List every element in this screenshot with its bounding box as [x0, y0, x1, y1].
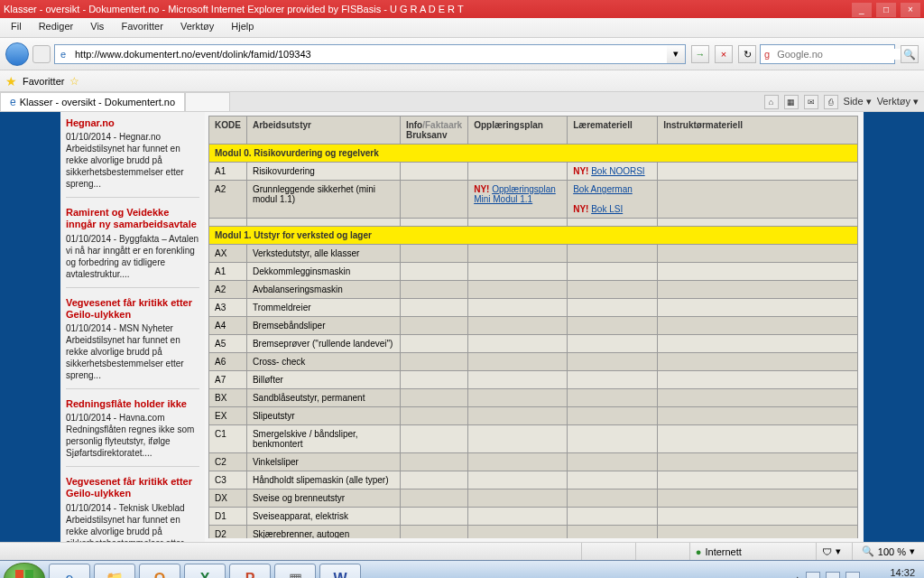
window-title: Klasser - oversikt - Dokumentert.no - Mi…	[4, 0, 464, 18]
url-dropdown-icon[interactable]: ▾	[667, 45, 685, 63]
table-row: A5Bremseprøver ("rullende landevei")	[209, 335, 858, 353]
news-title[interactable]: Vegvesenet får kritikk etter Geilo-ulykk…	[66, 297, 199, 321]
feeds-icon[interactable]: ▦	[784, 95, 799, 109]
forward-button[interactable]	[32, 45, 51, 63]
col-opplaer: Opplæringsplan	[468, 117, 568, 144]
news-item: Vegvesenet får kritikk etter Geilo-ulykk…	[66, 476, 199, 542]
table-row: BXSandblåseutstyr, permanent	[209, 389, 858, 407]
internet-zone-label: Internett	[705, 546, 741, 557]
start-button[interactable]	[4, 563, 45, 579]
search-box[interactable]: g	[760, 44, 895, 64]
table-row: A7Billøfter	[209, 371, 858, 389]
taskbar-app[interactable]: ▦	[274, 564, 316, 579]
url-input[interactable]	[71, 49, 665, 60]
favorites-bar: ★ Favoritter ☆	[0, 70, 924, 92]
col-laere: Læremateriell	[568, 117, 658, 144]
main-scroll[interactable]: KODE Arbeidsutstyr Info/Faktaark Bruksan…	[208, 116, 860, 538]
go-button[interactable]: →	[691, 45, 709, 63]
new-tab-button[interactable]	[185, 92, 230, 111]
news-meta: 01/10/2014 - Hegnar.no Arbeidstilsynet h…	[66, 131, 199, 190]
news-meta: 01/10/2014 - MSN Nyheter Arbeidstilsynet…	[66, 322, 199, 381]
news-item: Redningsflåte holder ikke01/10/2014 - Ha…	[66, 398, 199, 467]
favorites-label[interactable]: Favoritter	[23, 76, 64, 87]
table-row: C2Vinkelsliper	[209, 453, 858, 471]
menu-vis[interactable]: Vis	[83, 18, 111, 34]
address-bar[interactable]: e ▾	[54, 44, 686, 64]
news-item: Ramirent og Veidekke inngår ny samarbeid…	[66, 207, 199, 287]
link-bok-lsi[interactable]: Bok LSI	[591, 204, 623, 214]
table-row	[209, 219, 858, 227]
taskbar-explorer[interactable]: 📁	[94, 564, 135, 579]
ie-page-icon: e	[55, 49, 71, 60]
news-meta: 01/10/2014 - Havna.com Redningsflåten re…	[66, 412, 199, 459]
menu-rediger[interactable]: Rediger	[32, 18, 81, 34]
table-row: A2Avbalanseringsmaskin	[209, 281, 858, 299]
menu-hjelp[interactable]: Hjelp	[224, 18, 261, 34]
tray-show-hidden-icon[interactable]: ▴	[795, 573, 800, 578]
news-item: Vegvesenet får kritikk etter Geilo-ulykk…	[66, 297, 199, 389]
menu-bar: Fil Rediger Vis Favoritter Verktøy Hjelp	[0, 18, 924, 38]
col-arbeid: Arbeidsutstyr	[246, 117, 400, 144]
link-bok-angerman[interactable]: Bok Angerman	[573, 184, 633, 194]
table-row: D1Sveiseapparat, elektrisk	[209, 508, 858, 526]
table-row: AXVerkstedutstyr, alle klasser	[209, 245, 858, 263]
news-title[interactable]: Redningsflåte holder ikke	[66, 398, 199, 410]
taskbar-outlook[interactable]: O	[139, 564, 180, 579]
taskbar-word[interactable]: W	[319, 564, 361, 579]
table-row: A1Dekkommlegginsmaskin	[209, 263, 858, 281]
protected-mode-icon: 🛡	[822, 546, 832, 557]
taskbar-powerpoint[interactable]: P	[229, 564, 271, 579]
news-meta: 01/10/2014 - Byggfakta – Avtalen vi nå h…	[66, 233, 199, 280]
status-bar: ● Internett 🛡▾ 🔍 100 % ▾	[0, 542, 924, 560]
favorites-star-icon[interactable]: ★	[5, 74, 17, 89]
mail-icon[interactable]: ✉	[804, 95, 818, 109]
tools-menu[interactable]: Verktøy ▾	[877, 96, 919, 107]
home-icon[interactable]: ⌂	[764, 95, 779, 109]
table-row: D2Skjærebrenner, autogen	[209, 526, 858, 539]
menu-fil[interactable]: Fil	[4, 18, 29, 34]
refresh-button[interactable]: ↻	[738, 45, 756, 63]
add-favorite-icon[interactable]: ☆	[69, 75, 79, 88]
menu-favoritter[interactable]: Favoritter	[114, 18, 170, 34]
table-row: DXSveise og brenneutstyr	[209, 489, 858, 508]
tab-active[interactable]: e Klasser - oversikt - Dokumentert.no	[0, 92, 185, 111]
back-button[interactable]	[5, 42, 29, 66]
search-provider-icon: g	[761, 49, 773, 60]
col-instr: Instruktørmateriell	[658, 117, 858, 144]
side-menu[interactable]: Side ▾	[844, 96, 872, 107]
table-row: C3Håndholdt slipemaskin (alle typer)	[209, 471, 858, 489]
tray-clock[interactable]: 14:32 02.10.2014	[865, 567, 915, 578]
news-meta: 01/10/2014 - Teknisk Ukeblad Arbeidstils…	[66, 502, 199, 543]
table-row: EXSlipeutstyr	[209, 407, 858, 425]
col-kode: KODE	[209, 117, 247, 144]
tab-bar: e Klasser - oversikt - Dokumentert.no ⌂ …	[0, 92, 924, 112]
stop-button[interactable]: ×	[715, 45, 733, 63]
table-row: A4Bremsebåndsliper	[209, 317, 858, 335]
print-icon[interactable]: ⎙	[824, 95, 838, 109]
search-input[interactable]	[773, 49, 905, 60]
link-bok-noorsi[interactable]: Bok NOORSI	[591, 166, 644, 176]
main-panel: KODE Arbeidsutstyr Info/Faktaark Bruksan…	[205, 112, 864, 542]
menu-verktoy[interactable]: Verktøy	[173, 18, 221, 34]
maximize-button[interactable]: □	[876, 3, 896, 17]
zoom-icon[interactable]: 🔍	[862, 545, 874, 557]
module-header: Modul 0. Risikovurdering og regelverk	[209, 144, 858, 163]
tray-flag-icon[interactable]	[806, 572, 820, 579]
news-item: Hegnar.no01/10/2014 - Hegnar.no Arbeidst…	[66, 117, 199, 198]
taskbar-ie[interactable]: e	[49, 564, 90, 579]
col-info: Info/Faktaark Bruksanv	[400, 117, 467, 144]
module-header: Modul 1. Utstyr for verksted og lager	[209, 227, 858, 245]
search-button[interactable]: 🔍	[901, 45, 919, 63]
taskbar-excel[interactable]: X	[184, 564, 226, 579]
table-row: A2 Grunnleggende sikkerhet (mini modul 1…	[209, 181, 858, 219]
content-area: Hegnar.no01/10/2014 - Hegnar.no Arbeidst…	[0, 112, 924, 542]
news-title[interactable]: Ramirent og Veidekke inngår ny samarbeid…	[66, 207, 199, 230]
close-button[interactable]: ×	[901, 3, 920, 17]
equipment-table: KODE Arbeidsutstyr Info/Faktaark Bruksan…	[208, 116, 858, 538]
news-sidebar: Hegnar.no01/10/2014 - Hegnar.no Arbeidst…	[60, 112, 205, 542]
news-title[interactable]: Vegvesenet får kritikk etter Geilo-ulykk…	[66, 476, 199, 499]
tray-volume-icon[interactable]	[845, 572, 860, 579]
news-title[interactable]: Hegnar.no	[66, 117, 199, 129]
tray-network-icon[interactable]	[826, 572, 840, 579]
minimize-button[interactable]: _	[852, 3, 872, 17]
